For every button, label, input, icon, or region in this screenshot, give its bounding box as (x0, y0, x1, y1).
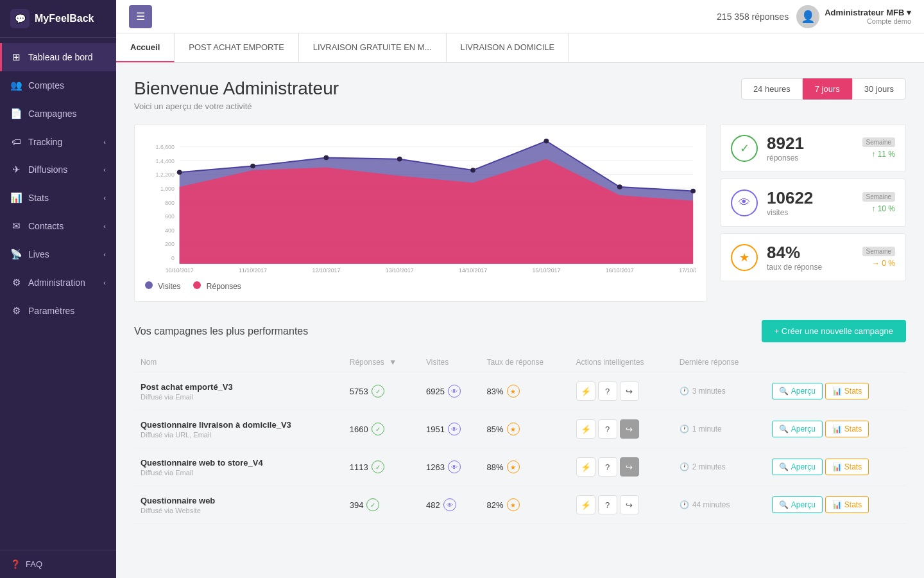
sidebar-item-contacts[interactable]: ✉ Contacts ‹ (0, 212, 116, 240)
chart-xlabel-2: 12/10/2017 (312, 267, 340, 274)
chart-stats-row: 10/10/201711/10/201712/10/201713/10/2017… (134, 124, 906, 302)
action-share-btn-3[interactable]: ↪ (620, 495, 639, 514)
campaign-header: Vos campagnes les plus performantes + Cr… (134, 320, 906, 342)
campaign-visits-cell-2: 1263 👁 (420, 448, 481, 486)
chart-xlabel-0: 10/10/2017 (166, 267, 194, 274)
action-help-btn-0[interactable]: ? (598, 381, 617, 401)
th-responses[interactable]: Réponses ▼ (343, 353, 420, 372)
campaign-sub-1: Diffusé via URL, Email (141, 431, 337, 439)
apercu-btn-0[interactable]: 🔍 Aperçu (772, 383, 823, 399)
stats-btn-3[interactable]: 📊 Stats (825, 496, 869, 513)
user-menu[interactable]: 👤 Administrateur MFB ▾ Compte démo (796, 5, 911, 28)
action-flash-btn-0[interactable]: ⚡ (576, 381, 595, 401)
stat-badge-col-1: Semaine ↑ 10 % (862, 192, 895, 213)
campaign-responses-cell-1: 1660 ✓ (343, 410, 420, 448)
chart-visit-dot-1 (250, 164, 255, 169)
campaign-sub-3: Diffusé via Website (141, 507, 337, 514)
sidebar-item-paramètres[interactable]: ⚙ Paramètres (0, 297, 116, 325)
apercu-btn-2[interactable]: 🔍 Aperçu (772, 459, 823, 475)
action-flash-btn-1[interactable]: ⚡ (576, 419, 595, 439)
campaign-rate-2: 88% ★ (487, 460, 563, 473)
sidebar-item-diffusions[interactable]: ✈ Diffusions ‹ (0, 155, 116, 184)
table-row: Questionnaire livraison à domicile_V3 Di… (134, 410, 906, 448)
action-share-btn-0[interactable]: ↪ (620, 381, 639, 401)
apercu-btn-1[interactable]: 🔍 Aperçu (772, 421, 823, 437)
campaign-rate-cell-2: 88% ★ (481, 448, 570, 486)
action-share-btn-1[interactable]: ↪ (620, 419, 639, 439)
sidebar-arrow-3: ‹ (103, 138, 106, 146)
action-share-btn-2[interactable]: ↪ (620, 457, 639, 477)
sidebar-item-lives[interactable]: 📡 Lives ‹ (0, 240, 116, 268)
sidebar-arrow-5: ‹ (103, 194, 106, 202)
campaign-last-response-2: 🕐 2 minutes (680, 462, 759, 471)
sidebar-nav: ⊞ Tableau de bord 👥 Comptes 📄 Campagnes … (0, 38, 116, 550)
create-campaign-button[interactable]: + Créer une nouvelle campagne (762, 320, 906, 342)
sidebar-item-tableau-de-bord[interactable]: ⊞ Tableau de bord (0, 43, 116, 71)
sidebar-item-stats[interactable]: 📊 Stats ‹ (0, 184, 116, 212)
time-btn-1[interactable]: 7 jours (803, 78, 852, 100)
stat-label-2: taux de réponse (767, 263, 853, 272)
sidebar-item-comptes[interactable]: 👥 Comptes (0, 71, 116, 100)
action-help-btn-2[interactable]: ? (598, 457, 617, 477)
chart-visit-dot-5 (544, 139, 549, 144)
campaign-last-response-cell-2: 🕐 2 minutes (673, 448, 766, 486)
stats-btn-0[interactable]: 📊 Stats (825, 383, 869, 399)
sidebar-item-campagnes[interactable]: 📄 Campagnes (0, 100, 116, 128)
user-info: Administrateur MFB ▾ Compte démo (825, 8, 911, 25)
sidebar-faq[interactable]: ❓ FAQ (0, 550, 116, 578)
action-flash-btn-3[interactable]: ⚡ (576, 495, 595, 514)
visit-eye-icon-2: 👁 (448, 460, 461, 473)
action-buttons-0: ⚡ ? ↪ (576, 381, 667, 401)
stat-number-2: 84% (767, 243, 853, 263)
chart-ylabel-400: 400 (165, 227, 175, 234)
sidebar-item-tracking[interactable]: 🏷 Tracking ‹ (0, 128, 116, 155)
response-check-icon-0: ✓ (372, 385, 384, 398)
stat-icon-2: ★ (731, 244, 758, 271)
logo[interactable]: 💬 MyFeelBack (0, 0, 116, 38)
tab-2[interactable]: LIVRAISON GRATUITE EN M... (299, 33, 447, 62)
action-help-btn-3[interactable]: ? (598, 495, 617, 514)
th-last-response: Dernière réponse (673, 353, 766, 372)
sidebar-item-administration[interactable]: ⚙ Administration ‹ (0, 268, 116, 297)
action-help-btn-1[interactable]: ? (598, 419, 617, 439)
stat-number-0: 8921 (767, 134, 853, 153)
visit-eye-icon-1: 👁 (448, 423, 461, 435)
action-flash-btn-2[interactable]: ⚡ (576, 457, 595, 477)
campaign-last-response-1: 🕐 1 minute (680, 425, 759, 434)
tab-3[interactable]: LIVRAISON A DOMICILE (447, 33, 570, 62)
rate-star-icon-2: ★ (507, 460, 520, 473)
user-sub: Compte démo (825, 17, 911, 25)
page-title: Bienvenue Administrateur (134, 78, 339, 99)
tab-1[interactable]: POST ACHAT EMPORTE (175, 33, 299, 62)
campaign-rate-cell-3: 82% ★ (481, 486, 570, 524)
tab-0[interactable]: Accueil (116, 33, 175, 62)
campaign-actions-cell-2: ⚡ ? ↪ (570, 448, 673, 486)
response-check-icon-3: ✓ (366, 498, 379, 511)
clock-icon-1: 🕐 (680, 425, 689, 434)
hamburger-button[interactable]: ☰ (129, 5, 152, 28)
campaign-responses-cell-2: 1113 ✓ (343, 448, 420, 486)
sidebar-icon-2: 📄 (10, 108, 22, 119)
chart-ylabel-0: 0 (171, 255, 175, 261)
campaign-view-btns-cell-0: 🔍 Aperçu 📊 Stats (766, 372, 906, 410)
time-btn-2[interactable]: 30 jours (852, 78, 906, 100)
apercu-btn-3[interactable]: 🔍 Aperçu (772, 496, 823, 513)
chart-visit-dot-3 (397, 157, 402, 162)
clock-icon-3: 🕐 (680, 500, 689, 509)
action-buttons-2: ⚡ ? ↪ (576, 457, 667, 477)
table-header: Nom Réponses ▼ Visites Taux de réponse A… (134, 353, 906, 372)
sidebar-icon-1: 👥 (10, 80, 22, 91)
sidebar-icon-5: 📊 (10, 192, 22, 204)
stats-btn-1[interactable]: 📊 Stats (825, 421, 869, 437)
logo-text: MyFeelBack (35, 13, 94, 24)
stats-btn-2[interactable]: 📊 Stats (825, 459, 869, 475)
sidebar-label-9: Paramètres (28, 306, 74, 316)
time-btn-0[interactable]: 24 heures (741, 78, 803, 100)
page-subtitle: Voici un aperçu de votre activité (134, 101, 339, 111)
campaign-responses-1: 1660 ✓ (350, 423, 413, 435)
action-buttons-3: ⚡ ? ↪ (576, 495, 667, 514)
clock-icon-0: 🕐 (680, 387, 689, 396)
stat-card-0: ✓ 8921 réponses Semaine ↑ 11 % (720, 124, 906, 172)
campaign-visits-cell-0: 6925 👁 (420, 372, 481, 410)
page-content: Bienvenue Administrateur Voici un aperçu… (116, 63, 924, 578)
